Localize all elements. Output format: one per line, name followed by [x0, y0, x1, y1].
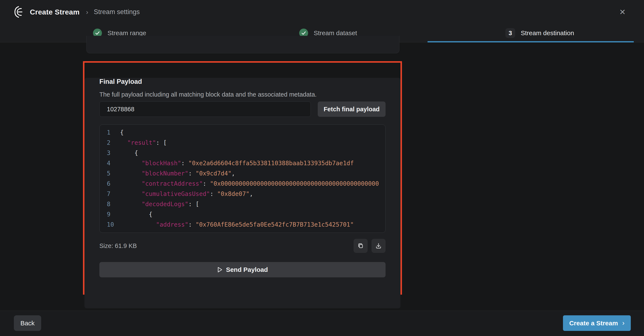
code-line: 8 "decodedLogs": [	[107, 199, 385, 209]
create-stream-window: Create Stream › Stream settings ✕ Stream…	[0, 0, 644, 336]
page-title: Create Stream	[30, 8, 80, 16]
payload-size-label: Size: 61.9 KB	[99, 242, 137, 250]
header-bar: Create Stream › Stream settings ✕	[0, 0, 644, 24]
step-number-badge: 3	[506, 28, 515, 38]
create-stream-label: Create a Stream	[569, 320, 618, 327]
step-stream-destination[interactable]: 3 Stream destination	[428, 24, 634, 42]
step-label: Stream range	[108, 30, 146, 37]
send-payload-button[interactable]: Send Payload	[99, 262, 386, 277]
code-line: 4 "blockHash": "0xe2a6d6604c8ffa5b338110…	[107, 158, 385, 168]
block-input-row: Fetch final payload	[99, 102, 386, 117]
download-icon	[375, 242, 382, 249]
step-label: Stream dataset	[314, 30, 357, 37]
footer-bar: Back Create a Stream ›	[0, 311, 644, 336]
step-label: Stream destination	[521, 30, 574, 37]
fetch-final-payload-button[interactable]: Fetch final payload	[318, 102, 386, 117]
payload-action-buttons	[354, 239, 386, 253]
app-logo-icon	[14, 6, 26, 18]
active-tab-underline	[428, 41, 634, 42]
block-number-input[interactable]	[99, 102, 311, 117]
breadcrumb: Stream settings	[94, 8, 140, 16]
code-line: 6 "contractAddress": "0x0000000000000000…	[107, 179, 385, 189]
chevron-right-icon: ›	[622, 319, 624, 327]
copy-button[interactable]	[354, 239, 368, 253]
code-line: 3 {	[107, 148, 385, 158]
create-stream-button[interactable]: Create a Stream ›	[563, 315, 631, 331]
download-button[interactable]	[372, 239, 386, 253]
code-line: 7 "cumulativeGasUsed": "0x8de07",	[107, 189, 385, 199]
main-content: Final Payload The full payload including…	[0, 43, 644, 311]
code-line: 10 "address": "0x760AfE86e5de5fa0Ee542fc…	[107, 220, 385, 230]
code-line: 5 "blockNumber": "0x9cd7d4",	[107, 168, 385, 179]
copy-icon	[357, 242, 364, 249]
close-icon[interactable]: ✕	[618, 7, 627, 17]
payload-code-viewer[interactable]: 1{2 "result": [3 {4 "blockHash": "0xe2a6…	[99, 124, 386, 233]
back-button[interactable]: Back	[14, 315, 41, 331]
previous-section-card-bottom	[86, 36, 400, 53]
final-payload-section: Final Payload The full payload including…	[84, 78, 400, 308]
code-line: 9 {	[107, 209, 385, 220]
code-line: 1{	[107, 128, 385, 138]
section-description: The full payload including all matching …	[99, 91, 386, 98]
breadcrumb-chevron-icon: ›	[86, 8, 88, 15]
code-lines: 1{2 "result": [3 {4 "blockHash": "0xe2a6…	[107, 128, 385, 230]
section-title: Final Payload	[99, 78, 386, 86]
send-payload-label: Send Payload	[226, 266, 268, 273]
highlight-annotation-box: Final Payload The full payload including…	[83, 61, 402, 295]
payload-meta-row: Size: 61.9 KB	[99, 239, 386, 253]
code-line: 2 "result": [	[107, 138, 385, 148]
play-icon	[217, 267, 223, 273]
